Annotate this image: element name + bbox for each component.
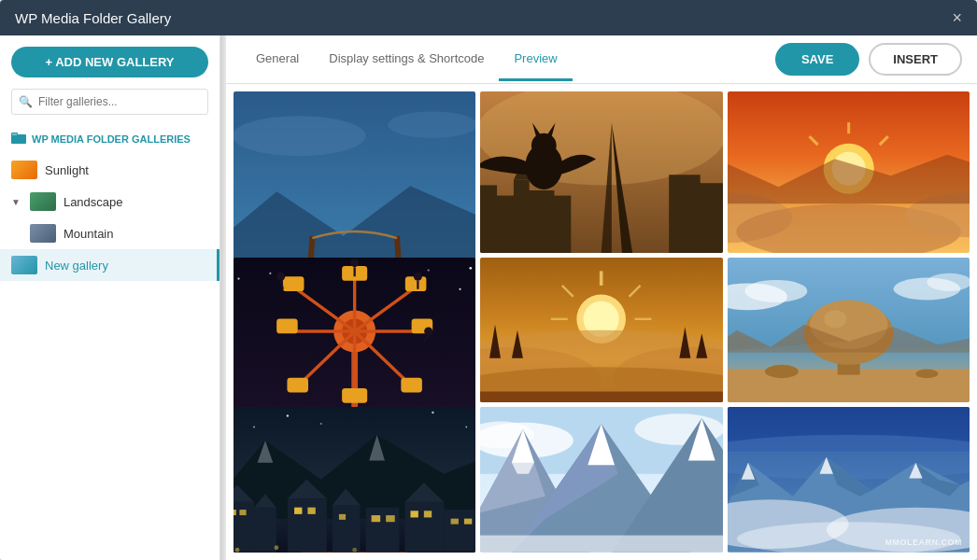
- svg-point-33: [531, 133, 557, 159]
- svg-point-108: [744, 280, 807, 302]
- sidebar: + ADD NEW GALLERY 🔍 WP MEDIA FOLDER GALL…: [0, 35, 220, 560]
- search-icon: 🔍: [19, 95, 33, 108]
- svg-rect-30: [670, 175, 701, 253]
- svg-point-54: [469, 267, 472, 270]
- svg-rect-31: [699, 183, 723, 253]
- gallery-thumb-sunlight: [11, 161, 37, 179]
- svg-point-80: [276, 273, 285, 281]
- grid-container: MMOLEARN.COM: [234, 91, 970, 553]
- close-button[interactable]: ×: [952, 9, 962, 26]
- svg-point-74: [350, 259, 359, 267]
- svg-rect-174: [339, 514, 346, 520]
- svg-rect-169: [444, 511, 475, 553]
- gallery-grid: MMOLEARN.COM: [226, 84, 977, 560]
- svg-rect-22: [480, 185, 497, 253]
- svg-point-53: [459, 288, 460, 290]
- svg-rect-178: [424, 511, 432, 518]
- gallery-label-newgallery: New gallery: [45, 259, 108, 273]
- svg-rect-24: [514, 180, 530, 253]
- svg-rect-179: [451, 519, 459, 525]
- svg-point-154: [465, 427, 467, 428]
- modal-body: + ADD NEW GALLERY 🔍 WP MEDIA FOLDER GALL…: [0, 35, 977, 560]
- main-content: General Display settings & Shortcode Pre…: [226, 35, 977, 560]
- gallery-label-landscape: Landscape: [64, 195, 123, 209]
- svg-rect-67: [342, 388, 367, 403]
- svg-point-117: [915, 370, 938, 379]
- expand-arrow-landscape: ▼: [11, 197, 21, 207]
- search-input[interactable]: [11, 89, 208, 115]
- tab-preview[interactable]: Preview: [499, 38, 572, 81]
- svg-rect-177: [410, 511, 418, 518]
- svg-point-115: [824, 310, 846, 328]
- svg-point-181: [235, 548, 240, 553]
- gallery-item-newgallery[interactable]: New gallery: [0, 249, 219, 281]
- svg-rect-26: [529, 190, 555, 253]
- svg-point-110: [927, 273, 970, 291]
- svg-point-52: [428, 269, 430, 271]
- gallery-image-village[interactable]: [234, 407, 475, 553]
- svg-rect-65: [401, 378, 422, 393]
- svg-rect-180: [464, 519, 472, 525]
- gallery-image-sunrise-sky[interactable]: [728, 91, 970, 253]
- watermark: MMOLEARN.COM: [885, 538, 963, 547]
- svg-rect-134: [480, 536, 722, 553]
- modal-header: WP Media Folder Gallery ×: [0, 0, 977, 35]
- svg-rect-71: [276, 318, 298, 333]
- gallery-image-aerial-mountains[interactable]: MMOLEARN.COM: [728, 407, 970, 553]
- svg-rect-69: [287, 378, 308, 393]
- gallery-thumb-newgallery: [11, 256, 37, 274]
- tab-display[interactable]: Display settings & Shortcode: [314, 38, 499, 81]
- svg-rect-27: [553, 196, 572, 253]
- modal-title: WP Media Folder Gallery: [15, 10, 171, 26]
- gallery-thumb-mountain: [30, 224, 56, 243]
- svg-point-116: [765, 365, 799, 378]
- svg-point-76: [414, 273, 422, 281]
- svg-rect-175: [372, 516, 381, 523]
- svg-rect-160: [254, 508, 276, 553]
- svg-rect-101: [480, 392, 722, 403]
- svg-point-78: [424, 327, 432, 335]
- search-wrap: 🔍: [11, 89, 208, 115]
- gallery-item-landscape[interactable]: ▼ Landscape: [0, 186, 219, 217]
- svg-point-4: [234, 116, 366, 156]
- svg-point-151: [287, 415, 289, 417]
- svg-point-150: [253, 427, 255, 428]
- gallery-image-sunset-fog[interactable]: [480, 258, 722, 403]
- svg-rect-164: [333, 506, 361, 553]
- insert-button[interactable]: INSERT: [869, 43, 962, 76]
- svg-rect-162: [288, 499, 327, 553]
- tabs-bar: General Display settings & Shortcode Pre…: [226, 35, 977, 84]
- svg-point-5: [388, 111, 475, 138]
- svg-point-50: [269, 273, 271, 274]
- svg-rect-172: [294, 508, 302, 514]
- gallery-image-snow-mountain[interactable]: [480, 407, 722, 553]
- svg-rect-2: [12, 133, 17, 135]
- folder-icon: [11, 132, 26, 147]
- svg-rect-166: [366, 508, 400, 553]
- gallery-image-gargoyle[interactable]: [480, 91, 722, 253]
- svg-rect-176: [386, 516, 395, 523]
- svg-rect-171: [239, 511, 246, 516]
- svg-rect-173: [307, 508, 315, 514]
- svg-point-153: [432, 412, 433, 413]
- gallery-item-mountain[interactable]: Mountain: [0, 217, 219, 249]
- gallery-label-mountain: Mountain: [64, 227, 113, 241]
- svg-point-152: [320, 423, 322, 425]
- gallery-list: Sunlight ▼ Landscape Mountain New galler…: [0, 154, 219, 560]
- svg-rect-23: [495, 196, 516, 253]
- modal-window: WP Media Folder Gallery × + ADD NEW GALL…: [0, 0, 977, 560]
- gallery-thumb-landscape: [30, 192, 56, 211]
- gallery-item-sunlight[interactable]: Sunlight: [0, 154, 219, 186]
- gallery-image-balanced-rock[interactable]: [728, 258, 970, 403]
- svg-rect-73: [283, 276, 304, 291]
- svg-rect-167: [405, 502, 445, 553]
- add-gallery-button[interactable]: + ADD NEW GALLERY: [11, 47, 208, 77]
- gallery-label-sunlight: Sunlight: [45, 163, 89, 177]
- svg-point-183: [352, 548, 357, 553]
- tab-general[interactable]: General: [241, 38, 314, 81]
- svg-rect-158: [234, 502, 254, 553]
- svg-rect-170: [234, 511, 236, 516]
- sidebar-section-title: WP MEDIA FOLDER GALLERIES: [0, 124, 219, 154]
- save-button[interactable]: SAVE: [775, 43, 859, 76]
- tabs-actions: SAVE INSERT: [775, 35, 962, 83]
